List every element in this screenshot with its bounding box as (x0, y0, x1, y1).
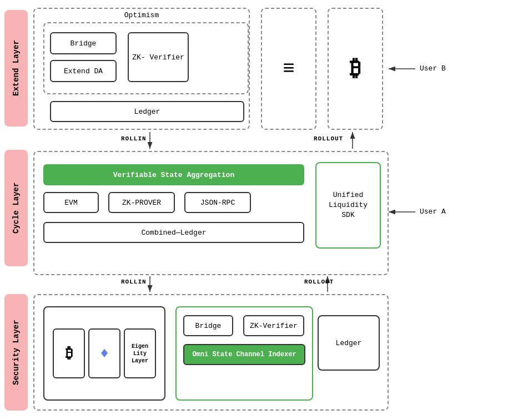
zkprover-box: ZK-PROVER (108, 192, 175, 213)
vsa-label: Verifiable State Aggregation (113, 171, 234, 179)
rollin-cycle-label: ROLLIN (121, 279, 147, 285)
jsonrpc-label: JSON-RPC (200, 199, 235, 207)
bitcoin-asset-box: ₿ (53, 328, 85, 378)
omni-label: Omni State Channel Indexer (192, 351, 296, 358)
security-layer-text: Security Layer (11, 320, 21, 385)
bridge-sec-box: Bridge (183, 315, 233, 336)
combined-ledger-label: Combined—Ledger (141, 229, 206, 237)
eth-asset-box: ♦ (88, 328, 120, 378)
optimism-label: Optimism (124, 11, 159, 19)
extend-da-box: Extend DA (50, 60, 117, 82)
user-b-label: User B (420, 64, 446, 73)
extend-right-box2: ₿ (328, 8, 383, 130)
ledger-extend-box: Ledger (50, 101, 244, 122)
bitcoin-sec-symbol: ₿ (66, 345, 73, 362)
combined-ledger-box: Combined—Ledger (43, 222, 304, 243)
eigen-asset-box: EigenLityLayer (124, 328, 156, 378)
cycle-layer-text: Cycle Layer (11, 183, 21, 234)
omni-box: Omni State Channel Indexer (183, 344, 305, 365)
bridge-extend-label: Bridge (71, 39, 97, 48)
extend-right-box1: ≡ (261, 8, 316, 130)
ledger-sec-box: Ledger (318, 315, 380, 371)
ledger-extend-label: Ledger (134, 108, 160, 116)
extend-layer-text: Extend Layer (11, 41, 21, 97)
security-layer-label: Security Layer (4, 294, 28, 411)
vsa-box: Verifiable State Aggregation (43, 164, 304, 185)
jsonrpc-box: JSON-RPC (184, 192, 251, 213)
rollout-cycle-label: ROLLOUT (304, 279, 334, 285)
eth-sec-symbol: ♦ (100, 345, 109, 362)
rollout-extend-label: ROLLOUT (314, 135, 343, 142)
cycle-layer-label: Cycle Layer (4, 150, 28, 266)
equal-sign: ≡ (283, 58, 295, 80)
unified-label: Unified Liquidity SDK (329, 190, 368, 221)
bitcoin-extend: ₿ (350, 55, 361, 82)
zkprover-label: ZK-PROVER (122, 199, 161, 207)
ledger-sec-label: Ledger (336, 339, 362, 347)
bridge-sec-label: Bridge (195, 322, 222, 330)
zk-verifier-extend-label: ZK- Verifier (132, 53, 184, 62)
assets-outer-box: ₿ ♦ EigenLityLayer (43, 306, 165, 401)
user-a-label: User A (420, 208, 446, 216)
extend-layer-label: Extend Layer (4, 10, 28, 126)
zk-verifier-sec-label: ZK-Verifier (250, 322, 298, 330)
rollin-extend-label: ROLLIN (121, 135, 147, 142)
zk-verifier-sec-box: ZK-Verifier (243, 315, 304, 336)
evm-box: EVM (43, 192, 99, 213)
diagram-container: Extend Layer Cycle Layer Security Layer … (0, 0, 513, 420)
unified-liquidity-box: Unified Liquidity SDK (315, 162, 381, 249)
eigen-label: EigenLityLayer (132, 343, 148, 365)
extend-da-label: Extend DA (64, 67, 103, 75)
evm-label: EVM (64, 199, 77, 207)
bridge-extend-box: Bridge (50, 32, 117, 54)
zk-verifier-extend-box: ZK- Verifier (128, 32, 189, 82)
